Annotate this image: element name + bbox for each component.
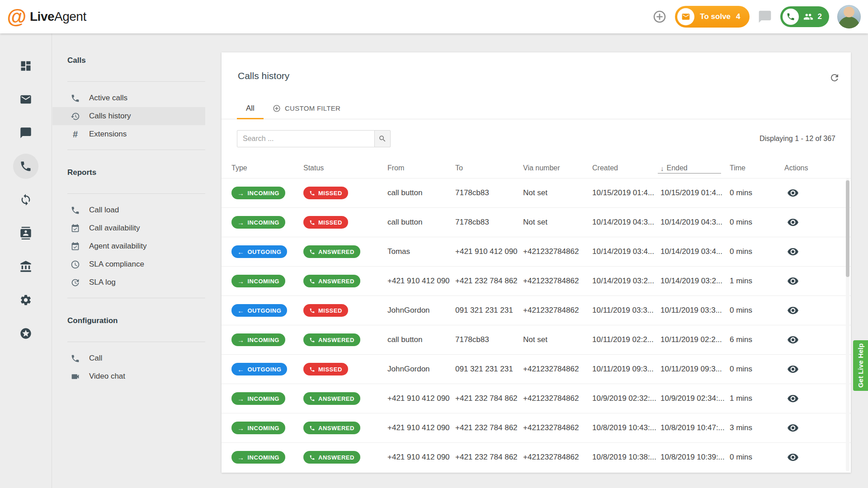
view-call-button[interactable] (787, 334, 799, 346)
to-cell: +421 232 784 862 (455, 277, 523, 286)
sidebar-item-call-availability[interactable]: Call availability (52, 219, 205, 237)
created-cell: 10/14/2019 03:4... (592, 247, 660, 256)
view-call-button[interactable] (787, 246, 799, 258)
sidebar-section-reports: Reports Call load Call availability Agen… (52, 168, 205, 298)
refresh-button[interactable] (829, 72, 840, 83)
mail-icon (19, 93, 32, 106)
sidebar-item-agent-availability[interactable]: Agent availability (52, 237, 205, 255)
type-cell: → INCOMING (231, 333, 303, 346)
rail-item-starred[interactable] (13, 321, 38, 346)
table-row[interactable]: → INCOMING MISSED call button 7178cb83 N… (222, 178, 851, 207)
plus-circle-icon (652, 9, 667, 24)
clock-icon (71, 260, 80, 269)
direction-arrow-icon: → (237, 395, 245, 402)
hash-icon: # (71, 130, 80, 139)
rail-item-automation[interactable] (13, 187, 38, 212)
scrollbar-thumb[interactable] (846, 180, 849, 277)
column-header-time[interactable]: Time (730, 158, 784, 178)
liveagent-logo[interactable]: @ LiveAgent (0, 6, 86, 27)
call-status-label: ANSWERED (318, 425, 354, 432)
column-header-to[interactable]: To (455, 158, 523, 178)
view-call-button[interactable] (787, 393, 799, 404)
table-row[interactable]: ← OUTGOING MISSED JohnGordon 091 321 231… (222, 296, 851, 325)
column-header-status[interactable]: Status (303, 158, 387, 178)
table-row[interactable]: → INCOMING ANSWERED +421 910 412 090 +42… (222, 413, 851, 442)
sidebar-item-video-chat[interactable]: Video chat (52, 367, 205, 385)
sidebar-item-active-calls[interactable]: Active calls (52, 89, 205, 107)
phone-status-button[interactable]: 2 (780, 6, 829, 27)
view-call-button[interactable] (787, 451, 799, 463)
from-cell: call button (387, 218, 455, 227)
table-row[interactable]: → INCOMING ANSWERED +421 910 412 090 +42… (222, 442, 851, 472)
call-type-badge: → INCOMING (231, 422, 285, 434)
chat-status-button[interactable] (758, 9, 772, 24)
sidebar-item-sla-compliance[interactable]: SLA compliance (52, 255, 205, 273)
table-row[interactable]: ← OUTGOING ANSWERED Tomas +421 910 412 0… (222, 237, 851, 266)
eye-icon (787, 216, 799, 228)
call-status-label: MISSED (318, 307, 342, 314)
add-button[interactable] (652, 9, 667, 24)
table-row[interactable]: → INCOMING MISSED call button 7178cb83 N… (222, 207, 851, 237)
tab-bar: All CUSTOM FILTER (222, 99, 851, 119)
table-row[interactable]: ← OUTGOING MISSED JohnGordon 091 321 231… (222, 354, 851, 384)
sidebar-item-sla-log[interactable]: SLA log (52, 273, 205, 291)
rail-item-customers[interactable] (13, 221, 38, 246)
call-type-label: OUTGOING (248, 307, 282, 314)
direction-arrow-icon: → (237, 425, 245, 432)
view-call-button[interactable] (787, 275, 799, 287)
status-cell: ANSWERED (303, 451, 387, 464)
column-header-created[interactable]: Created (592, 158, 660, 178)
call-type-label: OUTGOING (248, 366, 282, 373)
rail-item-tickets[interactable] (13, 87, 38, 112)
call-status-badge: MISSED (303, 187, 348, 199)
sidebar-item-calls-history[interactable]: Calls history (52, 107, 205, 125)
to-cell: 7178cb83 (455, 188, 523, 197)
rail-item-dashboard[interactable] (13, 53, 38, 79)
column-header-actions: Actions (784, 158, 844, 178)
avatar[interactable] (837, 5, 861, 28)
sidebar-item-extensions[interactable]: # Extensions (52, 125, 205, 143)
sidebar-item-call-config[interactable]: Call (52, 349, 205, 367)
time-cell: 0 mins (730, 247, 784, 256)
column-header-ended[interactable]: ↓ Ended (660, 158, 730, 178)
view-call-button[interactable] (787, 422, 799, 434)
tab-all[interactable]: All (237, 99, 264, 119)
view-call-button[interactable] (787, 305, 799, 316)
table-row[interactable]: → INCOMING ANSWERED +421 910 412 090 +42… (222, 266, 851, 296)
table-scrollbar[interactable] (846, 178, 849, 471)
call-status-badge: MISSED (303, 363, 348, 375)
to-cell: 7178cb83 (455, 335, 523, 344)
search-input[interactable] (237, 130, 375, 147)
tab-label: All (246, 104, 255, 113)
ended-cell: 10/11/2019 02:2... (660, 335, 730, 344)
rail-item-calls[interactable] (13, 154, 38, 179)
search-button[interactable] (374, 130, 391, 147)
column-header-from[interactable]: From (387, 158, 455, 178)
get-live-help-tab[interactable]: Get Live Help (853, 340, 868, 391)
table-row[interactable]: → INCOMING ANSWERED call button 7178cb83… (222, 325, 851, 354)
call-status-label: ANSWERED (318, 454, 354, 461)
direction-arrow-icon: → (237, 190, 245, 197)
phone-icon (19, 160, 32, 173)
via-number-cell: Not set (523, 335, 592, 344)
tab-custom-filter[interactable]: CUSTOM FILTER (264, 99, 349, 119)
table-row[interactable]: → INCOMING ANSWERED +421 910 412 090 +42… (222, 384, 851, 413)
view-call-button[interactable] (787, 216, 799, 228)
sidebar-item-call-load[interactable]: Call load (52, 201, 205, 219)
call-type-badge: → INCOMING (231, 216, 285, 229)
ended-cell: 10/15/2019 01:4... (660, 188, 730, 197)
view-call-button[interactable] (787, 187, 799, 199)
phone-icon (309, 249, 315, 255)
to-solve-button[interactable]: To solve 4 (675, 6, 749, 28)
rail-item-chats[interactable] (13, 120, 38, 145)
call-type-label: INCOMING (248, 454, 279, 461)
column-header-via-number[interactable]: Via number (523, 158, 592, 178)
rail-item-billing[interactable] (13, 254, 38, 279)
view-call-button[interactable] (787, 363, 799, 375)
status-cell: ANSWERED (303, 422, 387, 434)
phone-icon (309, 425, 315, 431)
ended-cell: 10/14/2019 03:4... (660, 247, 730, 256)
rail-item-settings[interactable] (13, 287, 38, 313)
from-cell: call button (387, 188, 455, 197)
column-header-type[interactable]: Type (231, 158, 303, 178)
